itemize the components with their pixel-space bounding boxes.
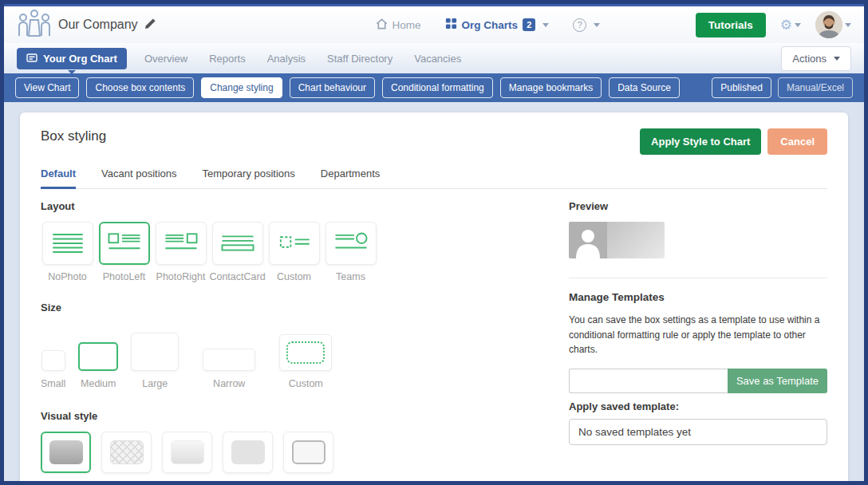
visual-style-option-threed[interactable]: ThreeD bbox=[162, 432, 212, 481]
edit-company-name-icon[interactable] bbox=[144, 18, 156, 33]
layout-option-contactcard[interactable]: ContactCard bbox=[211, 222, 264, 282]
content-area: Box styling Apply Style to Chart Cancel … bbox=[4, 102, 864, 481]
style-options-column: Layout NoPhoto PhotoLeft bbox=[41, 189, 569, 481]
visual-style-option-solid[interactable]: Solid bbox=[223, 432, 273, 481]
tab-your-org-chart[interactable]: Your Org Chart bbox=[17, 48, 127, 69]
org-charts-count-badge: 2 bbox=[523, 18, 535, 31]
layout-option-custom[interactable]: Custom bbox=[267, 222, 321, 282]
visual-style-card-threed bbox=[162, 432, 212, 473]
tutorials-button[interactable]: Tutorials bbox=[696, 13, 766, 37]
threed-swatch bbox=[171, 440, 204, 464]
tab-overview[interactable]: Overview bbox=[144, 53, 187, 65]
style-tabs: Default Vacant positions Temporary posit… bbox=[41, 168, 827, 189]
nav-home[interactable]: Home bbox=[376, 18, 421, 32]
brand: Our Company bbox=[17, 9, 156, 41]
nav-org-charts[interactable]: Org Charts 2 bbox=[445, 18, 550, 32]
grid-icon bbox=[445, 18, 457, 32]
layout-option-photoleft[interactable]: PhotoLeft bbox=[97, 222, 151, 282]
company-name: Our Company bbox=[58, 18, 138, 32]
change-styling-button[interactable]: Change styling bbox=[201, 77, 282, 98]
size-option-narrow[interactable]: Narrow bbox=[203, 349, 255, 389]
gradient-swatch bbox=[49, 440, 83, 464]
layout-options: NoPhoto PhotoLeft PhotoRig bbox=[41, 222, 546, 282]
layout-card-contactcard bbox=[212, 222, 263, 265]
tab-vacant-positions[interactable]: Vacant positions bbox=[101, 168, 176, 188]
manage-templates-description: You can save the box settings as a templ… bbox=[569, 313, 827, 357]
data-source-button[interactable]: Data Source bbox=[609, 77, 680, 98]
tab-reports[interactable]: Reports bbox=[209, 53, 246, 65]
apply-saved-template-label: Apply saved template: bbox=[569, 400, 827, 412]
custom-size-dotted-rect bbox=[286, 341, 325, 364]
cancel-button[interactable]: Cancel bbox=[767, 128, 827, 155]
layout-card-teams bbox=[326, 222, 377, 265]
nav-org-charts-label: Org Charts bbox=[462, 19, 519, 31]
size-box-small bbox=[41, 350, 65, 371]
divider bbox=[569, 278, 827, 278]
size-option-custom[interactable]: Custom bbox=[279, 334, 332, 389]
template-name-input[interactable] bbox=[569, 369, 728, 393]
settings-menu[interactable]: ⚙ bbox=[780, 17, 801, 34]
chevron-down-icon bbox=[845, 23, 851, 27]
layout-card-photoleft bbox=[99, 222, 150, 265]
chevron-down-icon bbox=[795, 23, 801, 27]
saved-templates-select[interactable]: No saved templates yet bbox=[569, 419, 827, 445]
layout-option-teams[interactable]: Teams bbox=[324, 222, 377, 282]
layout-option-photoright[interactable]: PhotoRight bbox=[154, 222, 207, 282]
layout-card-custom bbox=[269, 222, 320, 265]
box-styling-panel: Box styling Apply Style to Chart Cancel … bbox=[20, 112, 848, 481]
save-as-template-button[interactable]: Save as Template bbox=[728, 369, 827, 393]
visual-style-card-outline bbox=[283, 432, 333, 473]
tab-vacancies[interactable]: Vacancies bbox=[414, 53, 461, 65]
header-right: Tutorials ⚙ bbox=[696, 11, 851, 38]
tab-analysis[interactable]: Analysis bbox=[267, 53, 306, 65]
nav-home-label: Home bbox=[393, 19, 421, 31]
size-heading: Size bbox=[41, 302, 546, 313]
visual-style-options: Gradient Hatched ThreeD Solid bbox=[41, 432, 546, 481]
visual-style-option-outline[interactable]: Outline bbox=[283, 432, 333, 481]
apply-style-button[interactable]: Apply Style to Chart bbox=[640, 128, 761, 155]
chevron-down-icon bbox=[594, 23, 600, 27]
actions-button[interactable]: Actions bbox=[781, 46, 851, 71]
tab-staff-directory[interactable]: Staff Directory bbox=[327, 53, 393, 65]
tab-default[interactable]: Default bbox=[41, 168, 76, 189]
app-window: Our Company Home Org Charts 2 ? bbox=[0, 0, 868, 485]
manual-excel-button[interactable]: Manual/Excel bbox=[778, 77, 853, 98]
templates-column: Preview Manage Templates You can save th… bbox=[569, 189, 827, 481]
conditional-formatting-button[interactable]: Conditional formatting bbox=[382, 77, 493, 98]
header-nav: Home Org Charts 2 ? bbox=[376, 18, 601, 32]
chevron-down-icon bbox=[542, 23, 549, 27]
visual-style-heading: Visual style bbox=[41, 410, 546, 422]
visual-style-option-gradient[interactable]: Gradient bbox=[41, 432, 91, 481]
visual-style-option-hatched[interactable]: Hatched bbox=[101, 432, 152, 481]
company-logo-icon bbox=[17, 9, 52, 41]
size-box-medium bbox=[78, 342, 118, 371]
user-menu[interactable] bbox=[815, 11, 851, 38]
tab-temporary-positions[interactable]: Temporary positions bbox=[203, 168, 295, 188]
box-preview bbox=[569, 222, 665, 258]
view-chart-button[interactable]: View Chart bbox=[15, 77, 79, 98]
layout-option-nophoto[interactable]: NoPhoto bbox=[41, 222, 94, 282]
chart-behaviour-button[interactable]: Chart behaviour bbox=[290, 77, 375, 98]
layout-photoleft-icon bbox=[105, 228, 144, 258]
gear-icon: ⚙ bbox=[780, 17, 792, 34]
published-button[interactable]: Published bbox=[712, 77, 771, 98]
size-option-small[interactable]: Small bbox=[41, 350, 65, 389]
manage-bookmarks-button[interactable]: Manage bookmarks bbox=[500, 77, 602, 98]
layout-heading: Layout bbox=[41, 200, 546, 212]
hatched-swatch bbox=[110, 440, 144, 464]
toolbar-status: Published Manual/Excel bbox=[712, 77, 853, 98]
layout-contactcard-icon bbox=[218, 228, 258, 258]
choose-box-contents-button[interactable]: Choose box contents bbox=[86, 77, 194, 98]
preview-photo-placeholder bbox=[569, 222, 607, 258]
layout-photoright-icon bbox=[161, 228, 201, 258]
size-option-large[interactable]: Large bbox=[131, 333, 179, 389]
save-template-row: Save as Template bbox=[569, 369, 827, 393]
tab-departments[interactable]: Departments bbox=[321, 168, 380, 188]
avatar bbox=[815, 11, 842, 38]
nav-help[interactable]: ? bbox=[573, 18, 600, 32]
tab-label: Your Org Chart bbox=[43, 53, 117, 65]
person-silhouette-icon bbox=[573, 227, 603, 258]
size-option-medium[interactable]: Medium bbox=[78, 342, 118, 389]
panel-header: Box styling Apply Style to Chart Cancel bbox=[41, 128, 827, 155]
main-nav: Your Org Chart Overview Reports Analysis… bbox=[4, 43, 864, 73]
